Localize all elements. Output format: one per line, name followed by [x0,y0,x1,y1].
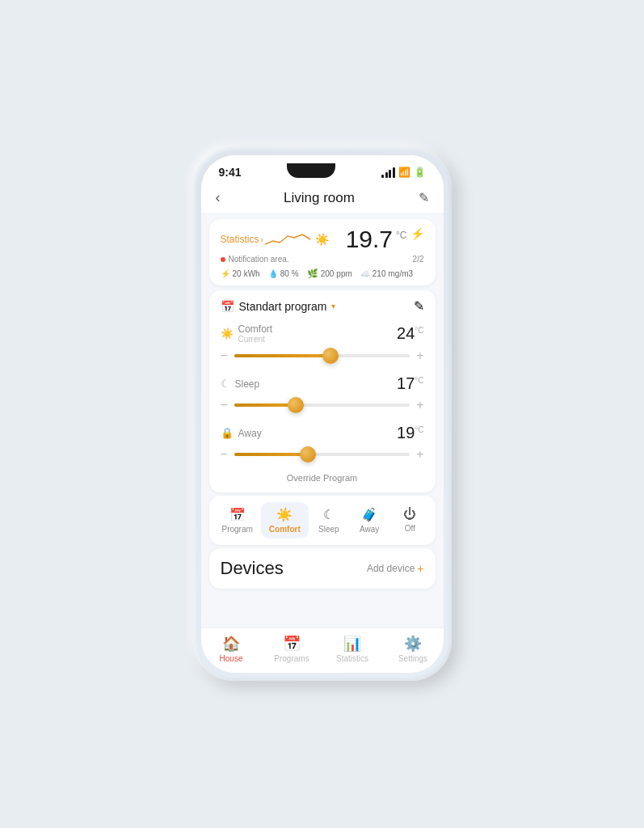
metric-co2: 🌿 200 ppm [307,268,352,279]
status-bar: 9:41 📶 🔋 [201,155,444,184]
sleep-temp-row: 17 °C [397,374,423,393]
back-button[interactable]: ‹ [216,189,221,206]
comfort-tab-label: Comfort [269,525,301,534]
away-minus-button[interactable]: − [221,447,228,462]
nav-statistics[interactable]: 📊 Statistics [322,635,383,663]
comfort-slider-thumb[interactable] [322,348,339,364]
humidity-value: 80 [280,269,289,278]
calendar-icon: 📅 [221,300,234,313]
away-left: 🔒 Away [221,427,262,439]
add-device-button[interactable]: Add device + [367,562,424,575]
nav-house[interactable]: 🏠 House [201,635,262,663]
away-slider-section: 🔒 Away 19 °C − [221,424,424,462]
comfort-slider-section: ☀️ Comfort Current 24 °C − [221,323,424,363]
away-label-row: 🔒 Away 19 °C [221,424,424,442]
temperature-display: 19.7 °C ⚡ [346,227,424,251]
program-tab-label: Program [222,525,253,534]
air-value: 210 [373,269,386,278]
phone-screen: 9:41 📶 🔋 ‹ Living room ✎ [201,155,444,673]
program-section: 📅 Standart program ▾ ✎ ☀️ Comfort Curren… [209,290,436,492]
away-unit: °C [415,425,423,434]
statistics-card: Statistics › ☀️ 19.7 °C ⚡ [209,219,436,285]
bolt-icon: ⚡ [410,227,424,240]
tab-program[interactable]: 📅 Program [214,502,261,539]
program-tab-icon: 📅 [229,507,246,522]
metric-humidity: 💧 80 % [268,268,299,279]
sleep-slider-track[interactable] [234,403,410,407]
comfort-name: Comfort [238,323,273,335]
comfort-minus-button[interactable]: − [221,349,228,363]
nav-programs[interactable]: 📅 Programs [262,635,322,663]
tab-sleep[interactable]: ☾ Sleep [309,502,349,539]
page-title: Living room [284,190,355,206]
notch-inner [287,163,335,178]
program-edit-icon[interactable]: ✎ [414,298,424,314]
sleep-unit: °C [415,376,423,385]
humidity-icon: 💧 [268,269,278,278]
notification-row: Notification area. 2/2 [221,255,424,264]
away-slider-thumb[interactable] [300,446,316,463]
tab-comfort[interactable]: ☀️ Comfort [261,502,309,539]
sleep-plus-button[interactable]: + [416,398,423,412]
comfort-label-row: ☀️ Comfort Current 24 °C [221,323,424,344]
away-track-row: − + [221,447,424,462]
comfort-unit: °C [415,326,423,335]
co2-icon: 🌿 [307,268,318,279]
away-name: Away [238,428,262,439]
sleep-slider-thumb[interactable] [288,397,304,413]
air-icon: ☁️ [360,269,370,278]
nav-settings[interactable]: ⚙️ Settings [383,635,444,663]
sun-icon: ☀️ [315,233,329,246]
sleep-minus-button[interactable]: − [221,398,228,412]
comfort-slider-track[interactable] [234,354,410,357]
sleep-moon-icon: ☾ [221,378,230,390]
battery-icon: 🔋 [414,167,426,178]
house-nav-icon: 🏠 [222,635,240,653]
humidity-unit: % [292,269,299,278]
add-device-label: Add device [367,563,415,574]
comfort-temp-row: 24 °C [397,324,423,343]
comfort-slider-fill [234,354,331,357]
statistics-label[interactable]: Statistics › ☀️ [221,230,329,249]
away-temp: 19 [397,424,415,442]
programs-nav-label: Programs [274,654,309,663]
energy-unit: kWh [244,269,260,278]
program-title: 📅 Standart program ▾ [221,300,336,313]
comfort-plus-button[interactable]: + [416,349,423,363]
away-plus-button[interactable]: + [416,447,423,462]
signal-bars-icon [381,167,395,178]
co2-value: 200 [321,269,335,278]
settings-nav-label: Settings [398,654,427,663]
sleep-slider-section: ☾ Sleep 17 °C − [221,374,424,412]
comfort-temp: 24 [397,324,415,343]
air-unit: mg/m3 [388,269,413,278]
metrics-row: ⚡ 20 kWh 💧 80 % 🌿 200 ppm [221,268,424,279]
stats-row: Statistics › ☀️ 19.7 °C ⚡ [221,227,424,251]
mode-tabs: 📅 Program ☀️ Comfort ☾ Sleep 🧳 Away ⏻ [209,496,436,545]
metric-air: ☁️ 210 mg/m3 [360,268,413,279]
statistics-nav-label: Statistics [336,654,368,663]
sleep-temp: 17 [397,374,415,393]
metric-energy: ⚡ 20 kWh [221,268,260,279]
comfort-sun-icon: ☀️ [221,327,234,340]
co2-unit: ppm [336,269,351,278]
away-slider-fill [234,453,308,456]
chevron-down-icon[interactable]: ▾ [331,302,335,310]
add-plus-icon: + [417,562,423,575]
away-slider-track[interactable] [234,453,410,456]
tab-away[interactable]: 🧳 Away [349,502,389,539]
statistics-nav-icon: 📊 [343,635,361,653]
temp-unit: °C [396,230,406,241]
devices-section: Devices Add device + [209,548,436,589]
devices-header: Devices Add device + [221,558,424,579]
sleep-label-row: ☾ Sleep 17 °C [221,374,424,393]
wifi-icon: 📶 [398,167,410,178]
away-temp-row: 19 °C [397,424,423,442]
tab-off[interactable]: ⏻ Off [389,502,430,539]
energy-icon: ⚡ [221,269,230,278]
sleep-tab-icon: ☾ [323,507,335,522]
edit-header-icon[interactable]: ✎ [419,190,429,205]
override-program-button[interactable]: Override Program [221,473,424,483]
notch [279,163,343,181]
notification-text: Notification area. [221,255,289,264]
